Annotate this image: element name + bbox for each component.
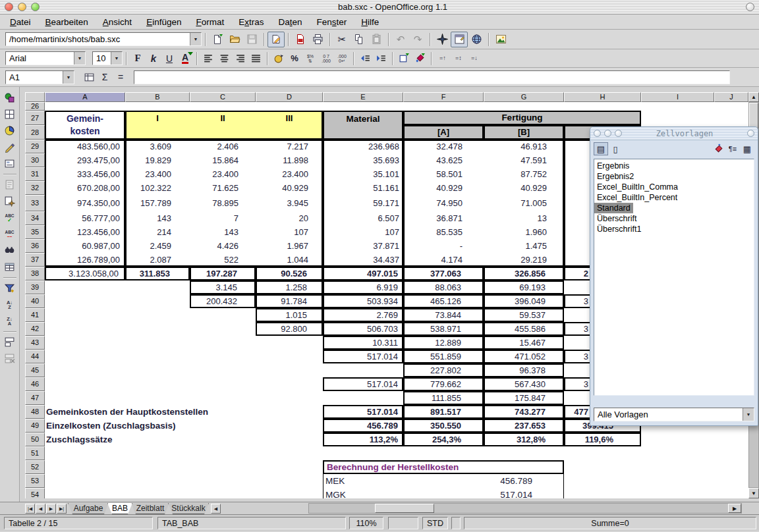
cell-E35[interactable]: 107 [323, 225, 403, 239]
cell-E44[interactable]: 517.014 [323, 350, 403, 363]
cell-G41[interactable]: 59.537 [484, 308, 564, 322]
tab-bab[interactable]: BAB [107, 503, 132, 514]
row-header-29[interactable]: 29 [25, 140, 45, 153]
open-icon[interactable] [226, 32, 243, 47]
cell-B29[interactable]: 3.609 [125, 140, 190, 153]
insert-special-icon[interactable] [1, 176, 18, 193]
header-fertigung[interactable]: Fertigung [403, 111, 641, 125]
cell-E43[interactable]: 10.311 [323, 336, 403, 350]
row-header-51[interactable]: 51 [25, 446, 45, 460]
cell-F34[interactable]: 36.871 [403, 211, 484, 225]
cell-E49[interactable]: 456.789 [323, 419, 403, 433]
cell-E38[interactable]: 497.015 [323, 267, 403, 280]
summary-label-50[interactable]: Zuschlagssätze [46, 433, 323, 446]
currency-icon[interactable] [271, 51, 287, 66]
save-icon[interactable] [243, 32, 260, 47]
function-button[interactable]: = [113, 69, 128, 85]
italic-button[interactable]: k [146, 51, 161, 66]
menu-fenster[interactable]: Fenster [310, 16, 354, 28]
cell-C32[interactable]: 71.625 [190, 181, 256, 195]
cell-A36[interactable]: 60.987,00 [45, 239, 125, 253]
style-filter-select[interactable]: Alle Vorlagen ▼ [594, 408, 754, 421]
row-header-32[interactable]: 32 [25, 181, 45, 195]
cell-E48[interactable]: 517.014 [323, 405, 403, 419]
row-header-53[interactable]: 53 [25, 474, 45, 488]
cell-A37[interactable]: 126.789,00 [45, 253, 125, 267]
spellcheck-icon[interactable]: ABC✓ [1, 209, 18, 226]
row-header-49[interactable]: 49 [25, 419, 45, 433]
new-style-from-selection-icon[interactable]: ¶≡ [725, 142, 740, 155]
cell-A31[interactable]: 333.456,00 [45, 167, 125, 181]
tab-stueckkalk[interactable]: Stückkalk [168, 503, 209, 514]
percent-icon[interactable]: % [287, 51, 302, 66]
gallery-icon[interactable] [492, 32, 509, 47]
row-header-26[interactable]: 26 [25, 102, 45, 111]
data-sources-icon[interactable] [1, 259, 18, 275]
cell-F39[interactable]: 88.063 [403, 280, 484, 294]
column-header-A[interactable]: A [45, 92, 125, 102]
row-header-34[interactable]: 34 [25, 211, 45, 225]
column-header-H[interactable]: H [564, 92, 641, 102]
cell-E34[interactable]: 6.507 [323, 211, 403, 225]
style-entry-ergebnis2[interactable]: Ergebnis2 [594, 171, 754, 182]
minimize-button[interactable] [18, 3, 26, 11]
cell-E50[interactable]: 113,2% [323, 433, 403, 446]
row-header-27[interactable]: 27 [25, 111, 45, 125]
selection-mode[interactable]: STD [422, 517, 448, 529]
cell-G30[interactable]: 47.591 [484, 153, 564, 167]
scroll-up-icon[interactable]: ▲ [748, 92, 759, 102]
cell-B33[interactable]: 157.789 [125, 195, 190, 211]
previous-sheet-icon[interactable]: ◀ [36, 504, 45, 514]
cell-G38[interactable]: 326.856 [484, 267, 564, 280]
column-header-I[interactable]: I [641, 92, 714, 102]
row-header-37[interactable]: 37 [25, 253, 45, 267]
cell-E30[interactable]: 35.693 [323, 153, 403, 167]
font-size-dropdown-icon[interactable]: ▼ [111, 52, 122, 65]
font-color-button[interactable]: A [177, 51, 193, 66]
export-pdf-icon[interactable] [292, 32, 309, 47]
cell-A32[interactable]: 670.208,00 [45, 181, 125, 195]
row-header-54[interactable]: 54 [25, 488, 45, 498]
cell-E33[interactable]: 59.171 [323, 195, 403, 211]
align-left-icon[interactable] [200, 51, 216, 66]
align-bottom-icon[interactable]: =↓ [466, 51, 482, 66]
menu-einfuegen[interactable]: Einfügen [139, 16, 188, 28]
cell-G45[interactable]: 96.378 [484, 363, 564, 377]
align-justify-icon[interactable] [248, 51, 264, 66]
close-button[interactable] [5, 3, 13, 11]
row-header-39[interactable]: 39 [25, 280, 45, 294]
insert-mode[interactable] [388, 517, 418, 529]
row-header-45[interactable]: 45 [25, 363, 45, 377]
style-entry-standard[interactable]: Standard [594, 203, 633, 213]
navigator-icon[interactable] [434, 32, 451, 47]
insert-cells-icon[interactable] [1, 106, 18, 122]
paste-icon[interactable] [368, 32, 385, 47]
cell-G47[interactable]: 175.847 [484, 391, 564, 405]
row-header-52[interactable]: 52 [25, 460, 45, 474]
zoom-button[interactable] [31, 3, 40, 11]
style-entry-excel_builtin_comma[interactable]: Excel_BuiltIn_Comma [594, 182, 754, 192]
edit-file-icon[interactable] [267, 32, 285, 47]
print-icon[interactable] [309, 32, 326, 47]
cell-F48[interactable]: 891.517 [403, 405, 484, 419]
cell-E42[interactable]: 506.703 [323, 322, 403, 336]
cell-G48[interactable]: 743.277 [484, 405, 564, 419]
cell-F49[interactable]: 350.550 [403, 419, 484, 433]
cell-F36[interactable]: - [403, 239, 484, 253]
cell-A29[interactable]: 483.560,00 [45, 140, 125, 153]
herstellkosten-value-MGK[interactable]: 517.014 [484, 488, 564, 498]
cell-D32[interactable]: 40.929 [256, 181, 323, 195]
column-header-E[interactable]: E [323, 92, 403, 102]
row-header-41[interactable]: 41 [25, 308, 45, 322]
cell-C34[interactable]: 7 [190, 211, 256, 225]
zoom-level[interactable]: 110% [349, 517, 383, 529]
align-right-icon[interactable] [232, 51, 248, 66]
cell-D30[interactable]: 11.898 [256, 153, 323, 167]
cell-A33[interactable]: 974.350,00 [45, 195, 125, 211]
cell-H50[interactable]: 119,6% [564, 433, 641, 446]
row-header-48[interactable]: 48 [25, 405, 45, 419]
sum-display[interactable]: Summe=0 [464, 517, 756, 529]
cell-C35[interactable]: 143 [190, 225, 256, 239]
tab-scroll-left-icon[interactable]: ◀ [211, 504, 221, 514]
number-format-icon[interactable]: $%⇅ [302, 51, 318, 66]
